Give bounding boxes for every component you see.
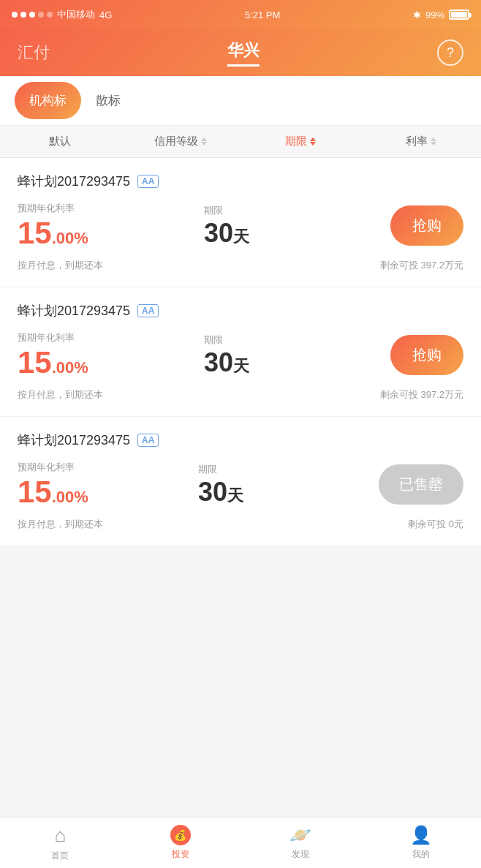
help-icon: ? (447, 45, 454, 61)
term-value-2: 30天 (198, 479, 379, 505)
card-title-text-0: 蜂计划2017293475 (18, 173, 130, 190)
dot4 (38, 12, 44, 18)
nav-discover-label: 发现 (292, 848, 309, 861)
term-label-0: 期限 (204, 204, 390, 217)
buy-button-0[interactable]: 抢购 (390, 205, 463, 246)
sort-rate[interactable]: 利率 (361, 126, 482, 157)
arrow-up-icon (310, 137, 316, 141)
battery-fill (451, 12, 467, 18)
sort-term[interactable]: 期限 (240, 126, 361, 157)
term-value-0: 30天 (204, 220, 390, 246)
card-2: 蜂计划2017293475 AA 预期年化利率 15.00% 期限 30天 已售… (0, 417, 481, 546)
card-body-0: 预期年化利率 15.00% 期限 30天 抢购 (18, 202, 463, 249)
home-icon: ⌂ (54, 824, 66, 847)
sort-term-arrows (310, 137, 316, 146)
card-rate-0: 预期年化利率 15.00% (18, 202, 204, 249)
nav-mine-label: 我的 (412, 848, 430, 861)
rate-value-2: 15.00% (18, 477, 198, 507)
battery-icon (449, 10, 469, 20)
remaining-1: 剩余可投 397.2万元 (380, 388, 463, 401)
time-label: 5:21 PM (245, 10, 280, 20)
signal-dots (12, 12, 53, 18)
dot1 (12, 12, 18, 18)
sold-button-2: 已售罄 (379, 464, 463, 505)
card-title-1: 蜂计划2017293475 AA (18, 302, 463, 320)
buy-button-1[interactable]: 抢购 (390, 335, 463, 375)
card-action-1[interactable]: 抢购 (390, 335, 463, 375)
badge-aa-0: AA (137, 175, 159, 188)
battery-label: 99% (425, 10, 444, 20)
nav-discover[interactable]: 🪐 发现 (240, 818, 361, 868)
header-tab-huaxing[interactable]: 华兴 (227, 39, 260, 67)
filter-tabs: 机构标 散标 (0, 76, 481, 126)
card-rate-2: 预期年化利率 15.00% (18, 461, 198, 507)
card-0: 蜂计划2017293475 AA 预期年化利率 15.00% 期限 30天 抢购… (0, 158, 481, 287)
term-value-1: 30天 (204, 350, 390, 376)
term-label-1: 期限 (204, 333, 390, 347)
nav-home[interactable]: ⌂ 首页 (0, 818, 121, 868)
card-title-text-1: 蜂计划2017293475 (18, 302, 130, 320)
badge-aa-1: AA (137, 304, 159, 317)
sort-term-label: 期限 (285, 135, 307, 148)
rate-value-1: 15.00% (18, 347, 204, 378)
dot3 (29, 12, 35, 18)
arrow-up-icon (201, 137, 207, 141)
rate-label-1: 预期年化利率 (18, 331, 204, 344)
payment-info-2: 按月付息，到期还本 (18, 518, 103, 531)
carrier-label: 中国移动 (57, 8, 95, 21)
filter-tab-institution[interactable]: 机构标 (15, 82, 81, 119)
arrow-down-icon (201, 142, 207, 146)
nav-invest[interactable]: 💰 投资 (121, 818, 241, 868)
badge-aa-2: AA (137, 434, 159, 447)
sort-bar: 默认 信用等级 期限 利率 (0, 126, 481, 158)
payment-info-0: 按月付息，到期还本 (18, 259, 103, 272)
nav-invest-label: 投资 (172, 848, 189, 861)
network-label: 4G (99, 10, 112, 20)
status-left: 中国移动 4G (12, 8, 112, 21)
card-action-0[interactable]: 抢购 (390, 205, 463, 246)
remaining-2: 剩余可投 0元 (408, 518, 463, 531)
card-list: 蜂计划2017293475 AA 预期年化利率 15.00% 期限 30天 抢购… (0, 158, 481, 546)
card-term-0: 期限 30天 (204, 204, 390, 246)
invest-icon: 💰 (170, 825, 191, 845)
dot2 (20, 12, 26, 18)
sort-credit-label: 信用等级 (154, 135, 198, 148)
arrow-up-icon (431, 137, 436, 141)
sort-rate-arrows (431, 137, 436, 146)
payment-info-1: 按月付息，到期还本 (18, 388, 103, 401)
remaining-0: 剩余可投 397.2万元 (380, 259, 463, 272)
bluetooth-icon: ✱ (413, 10, 421, 20)
sort-default[interactable]: 默认 (0, 126, 121, 157)
card-title-0: 蜂计划2017293475 AA (18, 173, 463, 190)
card-footer-2: 按月付息，到期还本 剩余可投 0元 (18, 518, 463, 531)
card-footer-1: 按月付息，到期还本 剩余可投 397.2万元 (18, 388, 463, 401)
rate-label-0: 预期年化利率 (18, 202, 204, 215)
card-title-text-2: 蜂计划2017293475 (18, 431, 130, 449)
card-term-1: 期限 30天 (204, 333, 390, 376)
sort-credit-arrows (201, 137, 207, 146)
card-1: 蜂计划2017293475 AA 预期年化利率 15.00% 期限 30天 抢购… (0, 287, 481, 417)
card-term-2: 期限 30天 (198, 463, 379, 505)
rate-value-0: 15.00% (18, 218, 204, 249)
nav-mine[interactable]: 👤 我的 (361, 818, 482, 868)
card-body-1: 预期年化利率 15.00% 期限 30天 抢购 (18, 331, 463, 378)
filter-tab-scatter[interactable]: 散标 (81, 82, 135, 119)
discover-icon: 🪐 (289, 825, 311, 845)
sort-rate-label: 利率 (406, 135, 428, 148)
dot5 (47, 12, 53, 18)
sort-default-label: 默认 (49, 135, 71, 148)
header: 汇付 华兴 ? (0, 29, 481, 76)
arrow-down-icon (310, 142, 316, 146)
rate-label-2: 预期年化利率 (18, 461, 198, 474)
sort-credit[interactable]: 信用等级 (121, 126, 241, 157)
card-rate-1: 预期年化利率 15.00% (18, 331, 204, 378)
card-footer-0: 按月付息，到期还本 剩余可投 397.2万元 (18, 259, 463, 272)
help-button[interactable]: ? (437, 39, 463, 66)
bottom-nav: ⌂ 首页 💰 投资 🪐 发现 👤 我的 (0, 817, 481, 868)
card-body-2: 预期年化利率 15.00% 期限 30天 已售罄 (18, 461, 463, 507)
mine-icon: 👤 (410, 825, 432, 845)
card-action-2: 已售罄 (379, 464, 463, 505)
header-tab-huifu[interactable]: 汇付 (18, 42, 50, 64)
status-bar: 中国移动 4G 5:21 PM ✱ 99% (0, 0, 481, 29)
term-label-2: 期限 (198, 463, 379, 476)
